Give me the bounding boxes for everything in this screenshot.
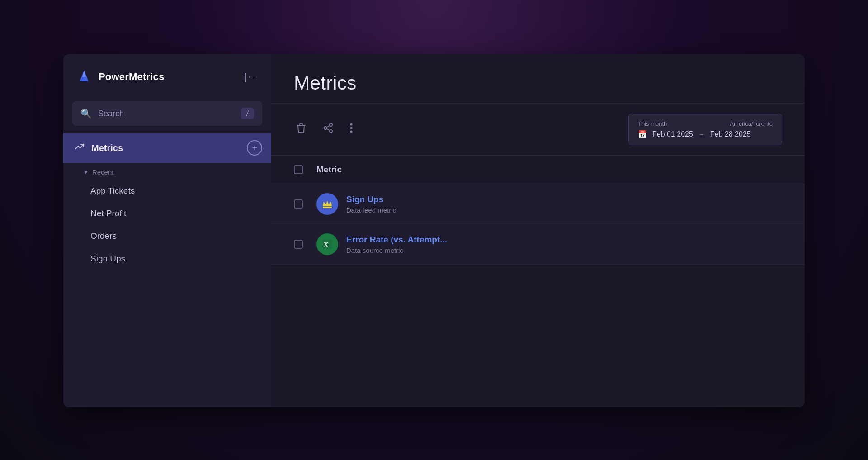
toolbar: This month America/Toronto 📅 Feb 01 2025… <box>271 104 805 156</box>
sign-ups-icon <box>316 193 338 215</box>
sidebar: PowerMetrics |← 🔍 Search / <box>63 54 271 407</box>
logo-container: PowerMetrics <box>76 69 164 85</box>
metrics-nav-icon <box>74 141 85 155</box>
start-date: Feb 01 2025 <box>652 130 693 138</box>
date-range-header: This month America/Toronto <box>638 120 773 127</box>
error-rate-icon: X <box>316 233 338 255</box>
search-bar[interactable]: 🔍 Search / <box>72 101 262 126</box>
search-shortcut-badge: / <box>241 108 254 119</box>
recent-text: Recent <box>92 168 114 176</box>
toolbar-left <box>294 121 354 138</box>
search-label: Search <box>98 109 124 119</box>
error-rate-subtitle: Data source metric <box>346 247 782 254</box>
sign-ups-subtitle: Data feed metric <box>346 206 782 214</box>
svg-point-9 <box>350 127 353 129</box>
sidebar-item-net-profit[interactable]: Net Profit <box>63 202 271 225</box>
arrow-right-icon: → <box>698 131 705 138</box>
timezone-label: America/Toronto <box>730 120 773 127</box>
page-title: Metrics <box>294 72 782 94</box>
svg-text:X: X <box>324 242 328 248</box>
sidebar-item-app-tickets[interactable]: App Tickets <box>63 180 271 202</box>
sidebar-item-orders[interactable]: Orders <box>63 225 271 247</box>
row-checkbox-sign-ups[interactable] <box>294 199 303 209</box>
error-rate-name: Error Rate (vs. Attempt... <box>346 235 782 245</box>
more-options-button[interactable] <box>348 121 354 138</box>
powermetrics-logo-icon <box>76 69 92 85</box>
app-name: PowerMetrics <box>99 71 164 83</box>
sign-ups-info: Sign Ups Data feed metric <box>346 194 782 214</box>
select-all-checkbox[interactable] <box>294 165 303 174</box>
table-header: Metric <box>271 156 805 184</box>
metrics-table: Metric Sign Ups <box>271 156 805 407</box>
svg-point-8 <box>350 123 353 126</box>
sidebar-item-metrics[interactable]: Metrics + <box>63 133 271 163</box>
svg-line-6 <box>327 129 330 131</box>
header-checkbox-cell <box>294 165 316 174</box>
main-content: Metrics <box>271 54 805 407</box>
svg-rect-11 <box>323 207 332 208</box>
svg-line-7 <box>327 126 330 128</box>
content-header: Metrics <box>271 54 805 104</box>
add-metric-button[interactable]: + <box>247 140 262 156</box>
svg-point-4 <box>324 127 327 129</box>
sidebar-item-sign-ups[interactable]: Sign Ups <box>63 247 271 270</box>
end-date: Feb 28 2025 <box>710 130 751 138</box>
nav-item-left: Metrics <box>74 141 123 155</box>
error-rate-info: Error Rate (vs. Attempt... Data source m… <box>346 235 782 254</box>
metric-column-header: Metric <box>316 165 782 175</box>
svg-point-10 <box>350 131 353 133</box>
metrics-nav-label: Metrics <box>91 143 123 153</box>
calendar-icon: 📅 <box>638 130 647 138</box>
search-left: 🔍 Search <box>80 108 124 119</box>
table-row[interactable]: Sign Ups Data feed metric <box>271 184 805 224</box>
plus-icon: + <box>252 143 257 153</box>
recent-section-label: ▼ Recent <box>63 163 271 180</box>
period-label: This month <box>638 120 667 127</box>
share-button[interactable] <box>321 121 335 138</box>
sidebar-header: PowerMetrics |← <box>63 54 271 98</box>
row-checkbox-cell <box>294 199 316 209</box>
date-range-dates: 📅 Feb 01 2025 → Feb 28 2025 <box>638 130 773 138</box>
date-range-selector[interactable]: This month America/Toronto 📅 Feb 01 2025… <box>628 114 782 145</box>
row-checkbox-error-rate[interactable] <box>294 240 303 249</box>
sign-ups-name: Sign Ups <box>346 194 782 204</box>
collapse-icon: |← <box>244 71 257 83</box>
table-row[interactable]: X Error Rate (vs. Attempt... Data source… <box>271 224 805 265</box>
chevron-down-icon: ▼ <box>83 169 89 175</box>
search-icon: 🔍 <box>80 108 92 119</box>
delete-button[interactable] <box>294 121 308 138</box>
svg-point-3 <box>330 123 332 126</box>
row-checkbox-cell <box>294 240 316 249</box>
svg-point-5 <box>330 130 332 133</box>
collapse-sidebar-button[interactable]: |← <box>242 69 259 85</box>
